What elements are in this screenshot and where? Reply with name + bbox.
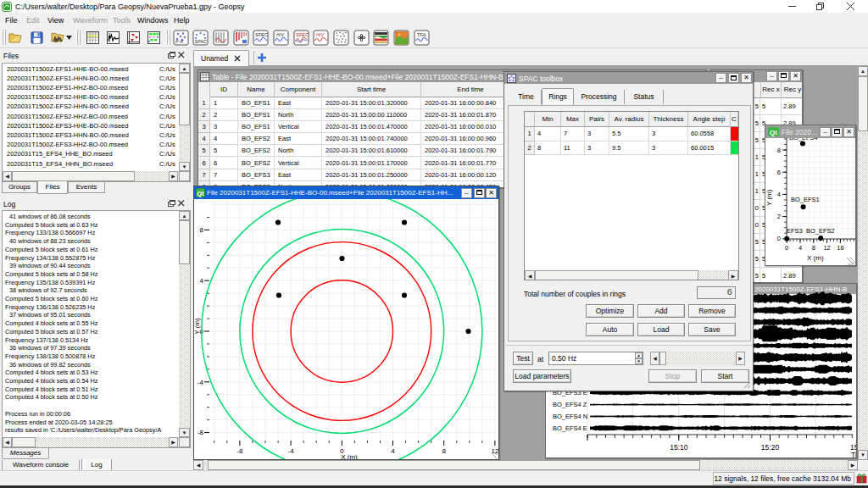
svg-text:X (m): X (m) (807, 254, 824, 262)
svg-text:BO_EFS4 N: BO_EFS4 N (553, 413, 587, 420)
svg-text:0: 0 (777, 235, 781, 242)
svg-text:-4: -4 (288, 447, 295, 455)
svg-text:BO_EFS4 Z: BO_EFS4 Z (553, 401, 587, 408)
svg-text:F-K: F-K (175, 39, 185, 44)
svg-text:X (m): X (m) (341, 453, 358, 460)
svg-text:8: 8 (777, 147, 781, 154)
svg-text:BO_EFS4: BO_EFS4 (789, 138, 818, 141)
svg-text:Y (m): Y (m) (765, 189, 773, 206)
svg-text:H/V: H/V (276, 32, 286, 37)
svg-text:8: 8 (812, 244, 815, 252)
svg-text:-8: -8 (236, 447, 243, 455)
svg-text:12: 12 (823, 244, 830, 252)
svg-text:Qt: Qt (198, 191, 204, 197)
svg-text:8: 8 (442, 447, 446, 455)
svg-text:8: 8 (200, 226, 204, 234)
svg-text:SPEC: SPEC (296, 32, 309, 37)
svg-text:16: 16 (837, 244, 843, 252)
svg-text:BO_EFS1: BO_EFS1 (791, 196, 820, 203)
svg-text:EFS3: EFS3 (787, 227, 803, 235)
svg-text:4: 4 (200, 277, 204, 285)
svg-text:4: 4 (391, 447, 395, 455)
svg-text:0: 0 (785, 244, 788, 252)
svg-text:SPEC: SPEC (255, 32, 268, 37)
svg-text:H/V: H/V (316, 32, 326, 37)
svg-text:2: 2 (777, 213, 781, 220)
svg-text:BO_EFS4 E: BO_EFS4 E (553, 424, 587, 432)
svg-text:Time: Time (851, 451, 857, 458)
svg-text:-8: -8 (198, 429, 204, 436)
svg-text:6: 6 (777, 169, 781, 176)
svg-text:15:20: 15:20 (761, 443, 780, 452)
svg-text:TFA: TFA (417, 32, 426, 37)
svg-text:15:10: 15:10 (670, 443, 688, 452)
svg-text:4: 4 (777, 191, 781, 198)
svg-text:4: 4 (798, 244, 802, 252)
svg-text:SPAC: SPAC (195, 39, 208, 44)
svg-text:Qt: Qt (770, 129, 777, 136)
svg-text:-4: -4 (198, 379, 204, 386)
svg-text:Y (m): Y (m) (194, 318, 201, 335)
svg-text:BO_EFS2: BO_EFS2 (806, 227, 835, 235)
